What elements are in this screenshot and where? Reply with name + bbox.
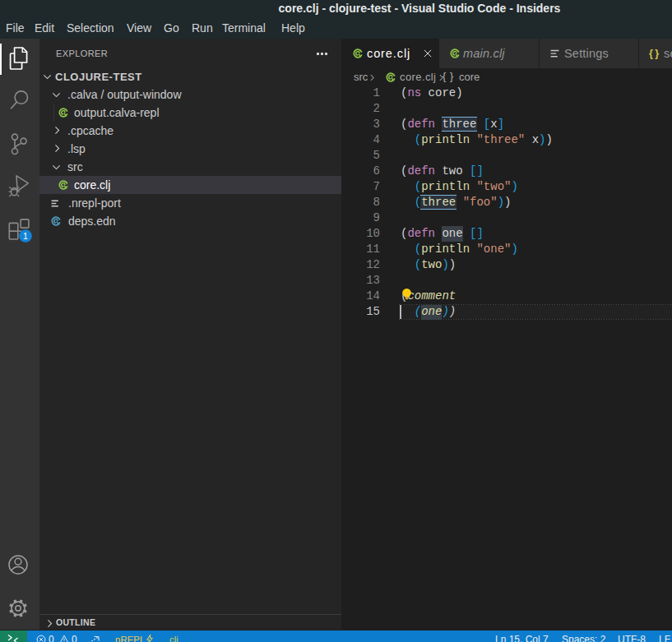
svg-text:1: 1: [23, 231, 28, 241]
